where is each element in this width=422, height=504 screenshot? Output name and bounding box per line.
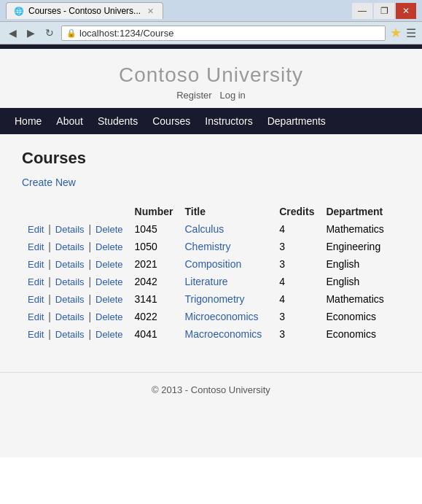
address-input-wrap: 🔒: [61, 26, 386, 41]
tab-icon: 🌐: [14, 7, 24, 16]
page-heading: Courses: [22, 149, 400, 168]
address-input[interactable]: [79, 28, 380, 39]
minimize-button[interactable]: —: [352, 3, 372, 19]
page-content: Contoso University Register Log in Home …: [0, 49, 422, 457]
details-link[interactable]: Details: [55, 276, 85, 287]
course-credits: 3: [273, 255, 320, 273]
details-link[interactable]: Details: [55, 259, 85, 270]
details-link[interactable]: Details: [55, 224, 85, 235]
course-department: English: [320, 255, 400, 273]
course-number: 3141: [129, 290, 179, 308]
courses-table: Number Title Credits Department Edit | D…: [22, 203, 400, 343]
col-actions-header: [22, 203, 129, 220]
table-row: Edit | Details | Delete 4041 Macroeconom…: [22, 325, 400, 343]
sep1: |: [48, 241, 51, 252]
table-header-row: Number Title Credits Department: [22, 203, 400, 220]
delete-link[interactable]: Delete: [95, 311, 123, 322]
edit-link[interactable]: Edit: [28, 241, 44, 252]
course-credits: 3: [273, 308, 320, 325]
nav-about[interactable]: About: [56, 115, 83, 127]
auth-links: Register Log in: [0, 90, 422, 101]
course-credits: 3: [273, 238, 320, 255]
sep1: |: [48, 223, 51, 235]
sep1: |: [48, 258, 51, 270]
forward-button[interactable]: ▶: [24, 26, 38, 40]
course-title: Calculus: [179, 220, 273, 238]
delete-link[interactable]: Delete: [95, 276, 123, 287]
delete-link[interactable]: Delete: [95, 259, 123, 270]
course-department: Engineering: [320, 238, 400, 255]
page-footer: © 2013 - Contoso University: [0, 372, 422, 407]
nav-departments[interactable]: Departments: [267, 115, 326, 127]
menu-icon[interactable]: ☰: [406, 26, 416, 40]
sep2: |: [88, 311, 91, 322]
nav-courses[interactable]: Courses: [152, 115, 190, 127]
tab-title: Courses - Contoso Univers...: [28, 6, 141, 16]
details-link[interactable]: Details: [55, 329, 85, 340]
action-cell: Edit | Details | Delete: [22, 308, 129, 325]
col-credits-header: Credits: [273, 203, 320, 220]
window-controls: — ❐ ✕: [352, 3, 416, 19]
sep1: |: [48, 328, 51, 340]
course-title: Composition: [179, 255, 273, 273]
delete-link[interactable]: Delete: [95, 329, 123, 340]
nav-instructors[interactable]: Instructors: [205, 115, 252, 127]
col-dept-header: Department: [320, 203, 400, 220]
create-new-link[interactable]: Create New: [22, 177, 76, 188]
course-department: English: [320, 273, 400, 290]
edit-link[interactable]: Edit: [28, 329, 44, 340]
course-department: Economics: [320, 308, 400, 325]
col-title-header: Title: [179, 203, 273, 220]
course-department: Economics: [320, 325, 400, 343]
details-link[interactable]: Details: [55, 311, 85, 322]
delete-link[interactable]: Delete: [95, 294, 123, 305]
sep2: |: [88, 258, 91, 270]
table-row: Edit | Details | Delete 1050 Chemistry 3…: [22, 238, 400, 255]
course-credits: 4: [273, 273, 320, 290]
col-number-header: Number: [129, 203, 179, 220]
site-header: Contoso University Register Log in: [0, 49, 422, 108]
course-title: Literature: [179, 273, 273, 290]
course-title: Macroeconomics: [179, 325, 273, 343]
delete-link[interactable]: Delete: [95, 241, 123, 252]
favorites-icon[interactable]: ★: [390, 25, 402, 41]
course-credits: 4: [273, 220, 320, 238]
delete-link[interactable]: Delete: [95, 224, 123, 235]
details-link[interactable]: Details: [55, 241, 85, 252]
details-link[interactable]: Details: [55, 294, 85, 305]
edit-link[interactable]: Edit: [28, 259, 44, 270]
login-link[interactable]: Log in: [219, 90, 245, 101]
table-row: Edit | Details | Delete 2042 Literature …: [22, 273, 400, 290]
sep2: |: [88, 241, 91, 252]
course-number: 1050: [129, 238, 179, 255]
maximize-button[interactable]: ❐: [374, 3, 394, 19]
action-cell: Edit | Details | Delete: [22, 220, 129, 238]
sep2: |: [88, 276, 91, 287]
sep2: |: [88, 328, 91, 340]
title-bar: 🌐 Courses - Contoso Univers... ✕ — ❐ ✕: [0, 0, 422, 22]
course-credits: 4: [273, 290, 320, 308]
window-chrome: 🌐 Courses - Contoso Univers... ✕ — ❐ ✕ ◀…: [0, 0, 422, 49]
tab-close-button[interactable]: ✕: [145, 6, 155, 16]
action-cell: Edit | Details | Delete: [22, 290, 129, 308]
nav-home[interactable]: Home: [15, 115, 42, 127]
edit-link[interactable]: Edit: [28, 294, 44, 305]
edit-link[interactable]: Edit: [28, 276, 44, 287]
edit-link[interactable]: Edit: [28, 224, 44, 235]
edit-link[interactable]: Edit: [28, 311, 44, 322]
course-number: 1045: [129, 220, 179, 238]
action-cell: Edit | Details | Delete: [22, 255, 129, 273]
sep1: |: [48, 293, 51, 305]
course-number: 4022: [129, 308, 179, 325]
course-department: Mathematics: [320, 290, 400, 308]
back-button[interactable]: ◀: [6, 26, 20, 40]
course-number: 4041: [129, 325, 179, 343]
course-title: Trigonometry: [179, 290, 273, 308]
course-number: 2042: [129, 273, 179, 290]
browser-tab[interactable]: 🌐 Courses - Contoso Univers... ✕: [6, 2, 163, 19]
nav-students[interactable]: Students: [98, 115, 138, 127]
register-link[interactable]: Register: [176, 90, 211, 101]
close-button[interactable]: ✕: [396, 3, 416, 19]
page-body: Courses Create New Number Title Credits …: [0, 134, 422, 357]
refresh-button[interactable]: ↻: [42, 26, 57, 40]
